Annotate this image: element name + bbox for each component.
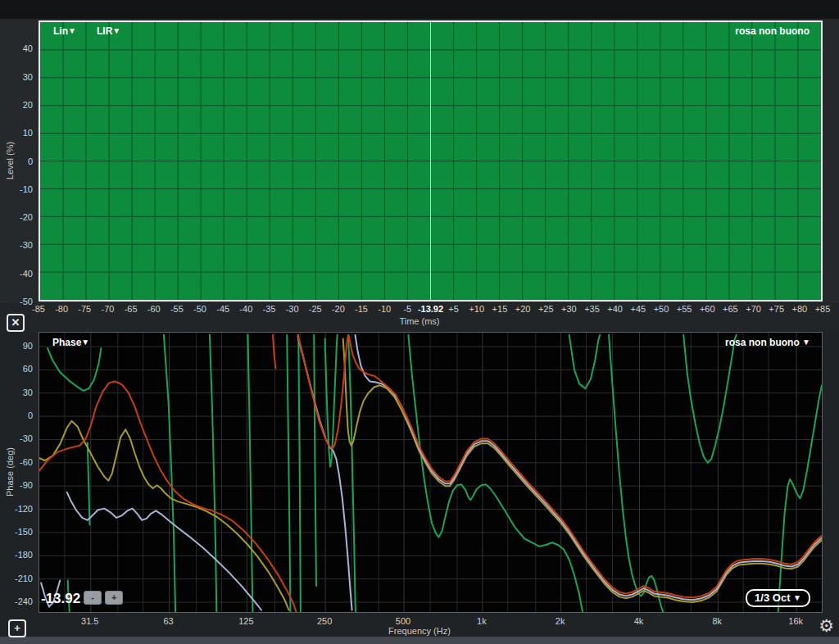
ir-y-tick-label: -30 [0,240,33,250]
add-icon: + [14,622,20,634]
green-trace [569,335,601,388]
delay-increment-button[interactable]: + [105,591,123,605]
phase-y-tick-label: 0 [0,410,33,420]
measurement-app-window: Lin▼ LIR▼ rosa non buono 403020100-10-20… [0,0,839,644]
green-trace [210,335,216,612]
top-window-strip [0,0,839,19]
octave-smoothing-selector[interactable]: 1/3 Oct ▼ [746,589,810,607]
phase-x-tick-label: 250 [306,616,342,626]
phase-x-tick-label: 125 [228,616,264,626]
phase-chart-plot-area[interactable]: Phase▼ rosa non buono ▼ -13.92-+ 1/3 Oct… [39,332,823,613]
delay-readout: -13.92-+ [41,591,123,607]
phase-x-tick-label: 16k [778,616,814,626]
green-trace [314,335,316,586]
chevron-down-icon: ▼ [68,26,76,35]
green-trace [778,385,822,611]
ir-y-tick-label: 20 [0,100,33,110]
phase-chart-canvas [39,333,822,612]
ir-y-tick-label: 40 [0,43,33,53]
phase-y-tick-label: 90 [0,341,33,351]
green-trace [609,335,663,612]
phase-y-axis-title: Phase (deg) [5,447,15,497]
lavender-trace [356,335,823,600]
phase-x-tick-label: 63 [151,616,187,626]
chevron-down-icon: ▼ [802,338,810,347]
phase-x-tick-label: 31.5 [72,616,108,626]
phase-y-tick-label: -30 [0,433,33,443]
phase-y-tick-label: -180 [0,550,33,560]
phase-x-axis-title: Frequency (Hz) [0,626,839,636]
delay-decrement-button[interactable]: - [84,591,102,605]
ir-y-tick-label: 30 [0,72,33,82]
close-icon: ✕ [11,316,20,329]
phase-x-tick-label: 2k [542,616,578,626]
ir-x-axis-title: Time (ms) [0,316,839,326]
phase-y-tick-label: -210 [0,574,33,583]
add-panel-button[interactable]: + [8,619,26,637]
bottom-window-strip [0,637,839,644]
green-trace [248,335,253,612]
phase-x-tick-label: 1k [464,616,500,626]
phase-y-tick-label: -240 [0,596,33,606]
green-trace [88,442,90,524]
ir-y-tick-label: -40 [0,269,33,279]
close-panel-button[interactable]: ✕ [7,314,25,332]
phase-trace-selector[interactable]: rosa non buono ▼ [725,337,810,348]
chevron-down-icon: ▼ [81,338,89,347]
ir-y-tick-label: -10 [0,184,33,194]
phase-x-tick-label: 4k [620,616,656,626]
chevron-down-icon: ▼ [112,26,120,35]
green-trace [683,335,736,463]
lin-dropdown[interactable]: Lin▼ [53,25,76,37]
lir-dropdown[interactable]: LIR▼ [97,25,120,37]
ir-y-tick-label: -20 [0,212,33,222]
phase-y-tick-label: -120 [0,504,33,514]
green-trace [287,335,290,612]
phase-y-tick-label: 60 [0,364,33,374]
ir-trace-label: rosa non buono [735,25,810,37]
ir-x-tick-label: +85 [805,304,839,314]
phase-y-tick-label: -150 [0,527,33,537]
ir-chart-grid [40,22,821,300]
phase-x-tick-label: 8k [699,616,735,626]
phase-x-tick-label: 500 [385,616,421,626]
olive-trace [343,339,822,603]
ir-y-axis-title: Level (%) [5,136,15,185]
phase-y-tick-label: 30 [0,388,33,397]
phase-dropdown[interactable]: Phase▼ [52,337,89,348]
settings-gear-icon[interactable]: ⚙ [819,617,834,635]
chevron-down-icon: ▼ [793,593,801,602]
ir-chart-plot-area[interactable]: Lin▼ LIR▼ rosa non buono [39,20,823,302]
